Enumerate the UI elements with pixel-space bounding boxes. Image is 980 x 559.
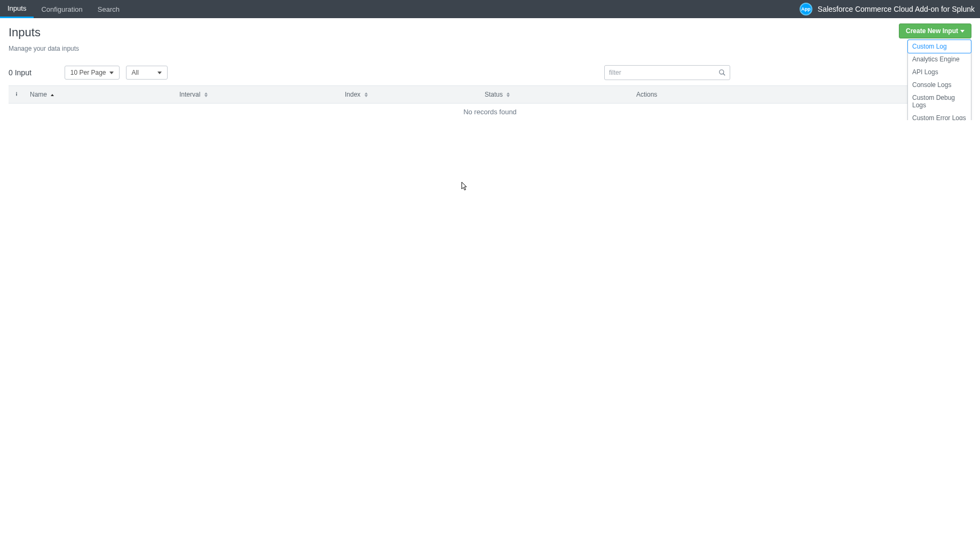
page-title: Inputs xyxy=(9,26,971,40)
empty-row: No records found xyxy=(9,104,971,121)
caret-down-icon xyxy=(109,72,114,74)
filter-wrap xyxy=(604,65,730,80)
filter-type-label: All xyxy=(132,69,139,76)
col-info[interactable] xyxy=(9,86,25,104)
info-icon xyxy=(14,91,19,97)
svg-point-0 xyxy=(720,70,724,74)
page-body: Inputs Manage your data inputs Create Ne… xyxy=(0,18,980,120)
dropdown-item[interactable]: Custom Error Logs xyxy=(908,112,971,120)
nav-right: App Salesforce Commerce Cloud Add-on for… xyxy=(800,3,975,15)
filter-input[interactable] xyxy=(604,65,730,80)
empty-message: No records found xyxy=(9,104,971,121)
dropdown-item[interactable]: Custom Log xyxy=(907,40,971,53)
sort-icon xyxy=(51,94,54,96)
inputs-table: Name Interval Index Status xyxy=(9,85,971,120)
controls-row: 0 Input 10 Per Page All xyxy=(9,65,971,80)
col-interval[interactable]: Interval xyxy=(174,86,339,104)
filter-type-select[interactable]: All xyxy=(126,66,168,80)
dropdown-item[interactable]: Custom Debug Logs xyxy=(908,91,971,112)
svg-line-1 xyxy=(723,74,725,76)
input-count: 0 Input xyxy=(9,68,31,77)
nav-tab-inputs[interactable]: Inputs xyxy=(0,0,34,18)
top-navbar: Inputs Configuration Search App Salesfor… xyxy=(0,0,980,18)
per-page-select[interactable]: 10 Per Page xyxy=(65,66,120,80)
col-status[interactable]: Status xyxy=(479,86,631,104)
page-subtitle: Manage your data inputs xyxy=(9,45,971,52)
sort-icon xyxy=(365,92,368,97)
search-icon xyxy=(718,69,726,76)
sort-icon xyxy=(507,92,510,97)
sort-icon xyxy=(204,92,208,97)
caret-down-icon xyxy=(157,72,162,74)
nav-tab-configuration[interactable]: Configuration xyxy=(34,0,90,18)
dropdown-item[interactable]: Console Logs xyxy=(908,78,971,91)
nav-tab-search[interactable]: Search xyxy=(90,0,127,18)
col-index[interactable]: Index xyxy=(339,86,479,104)
col-index-label: Index xyxy=(345,91,360,98)
dropdown-item[interactable]: Analytics Engine xyxy=(908,53,971,66)
col-actions-label: Actions xyxy=(636,91,657,98)
col-interval-label: Interval xyxy=(179,91,200,98)
per-page-label: 10 Per Page xyxy=(70,69,106,76)
create-new-input-button[interactable]: Create New Input xyxy=(899,23,971,38)
col-status-label: Status xyxy=(485,91,503,98)
create-new-input-label: Create New Input xyxy=(906,27,958,35)
app-icon: App xyxy=(800,3,812,15)
app-title: Salesforce Commerce Cloud Add-on for Spl… xyxy=(818,5,975,13)
create-input-dropdown[interactable]: Custom LogAnalytics EngineAPI LogsConsol… xyxy=(907,40,971,120)
svg-rect-3 xyxy=(16,93,17,96)
col-name-label: Name xyxy=(30,91,47,98)
col-name[interactable]: Name xyxy=(25,86,174,104)
caret-down-icon xyxy=(960,30,965,33)
nav-tabs: Inputs Configuration Search xyxy=(0,0,127,18)
svg-rect-2 xyxy=(16,92,17,93)
dropdown-item[interactable]: API Logs xyxy=(908,66,971,78)
